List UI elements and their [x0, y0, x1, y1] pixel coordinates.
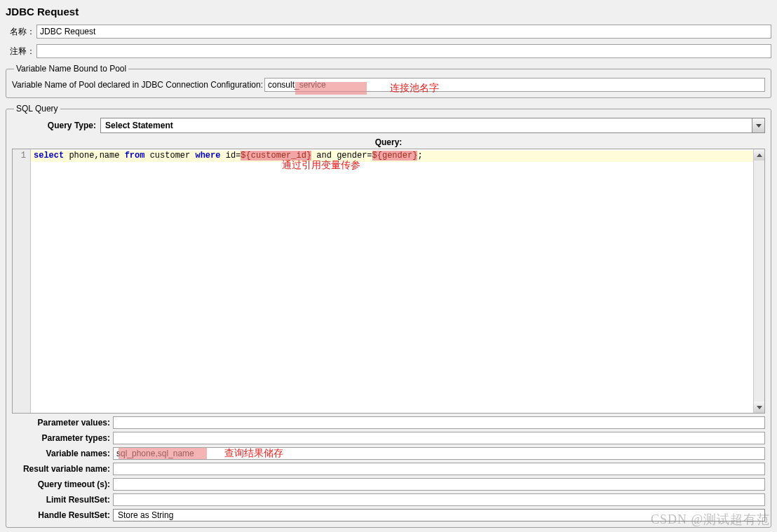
scrollbar-vertical[interactable]	[753, 149, 764, 413]
query-timeout-label: Query timeout (s):	[12, 479, 110, 489]
variable-names-input[interactable]	[113, 447, 765, 460]
watermark: CSDN @测试超有范	[651, 511, 770, 528]
query-type-label: Query Type:	[12, 121, 96, 130]
comment-label: 注释：	[6, 46, 36, 57]
result-var-label: Result variable name:	[12, 464, 110, 474]
chevron-down-icon[interactable]	[752, 118, 764, 132]
sql-code-line[interactable]: select phone,name from customer where id…	[34, 151, 753, 162]
pool-fieldset: Variable Name Bound to Pool Variable Nam…	[6, 64, 771, 98]
pool-input[interactable]	[264, 78, 765, 92]
query-timeout-input[interactable]	[113, 478, 765, 491]
limit-resultset-label: Limit ResultSet:	[12, 495, 110, 505]
comment-input[interactable]	[36, 44, 771, 58]
sql-legend: SQL Query	[14, 104, 60, 114]
editor-gutter: 1	[13, 149, 31, 413]
query-type-select[interactable]: Select Statement	[100, 118, 765, 133]
scroll-up-icon[interactable]	[754, 149, 764, 161]
scroll-down-icon[interactable]	[754, 402, 764, 413]
query-type-value: Select Statement	[101, 118, 752, 132]
result-var-input[interactable]	[113, 463, 765, 475]
line-number: 1	[13, 151, 30, 162]
param-values-input[interactable]	[113, 416, 765, 429]
name-input[interactable]	[36, 25, 771, 39]
variable-names-label: Variable names:	[12, 449, 110, 458]
sql-editor[interactable]: 1 select phone,name from customer where …	[12, 149, 765, 414]
pool-legend: Variable Name Bound to Pool	[14, 64, 128, 74]
editor-body[interactable]: select phone,name from customer where id…	[31, 149, 753, 413]
pool-label: Variable Name of Pool declared in JDBC C…	[12, 80, 263, 90]
page-title: JDBC Request	[6, 6, 771, 18]
param-values-label: Parameter values:	[12, 418, 110, 428]
param-types-label: Parameter types:	[12, 433, 110, 443]
limit-resultset-input[interactable]	[113, 493, 765, 506]
sql-fieldset: SQL Query Query Type: Select Statement Q…	[6, 104, 771, 528]
query-header: Query:	[12, 137, 765, 147]
handle-resultset-label: Handle ResultSet:	[12, 510, 110, 520]
name-label: 名称：	[6, 26, 36, 38]
param-types-input[interactable]	[113, 432, 765, 444]
